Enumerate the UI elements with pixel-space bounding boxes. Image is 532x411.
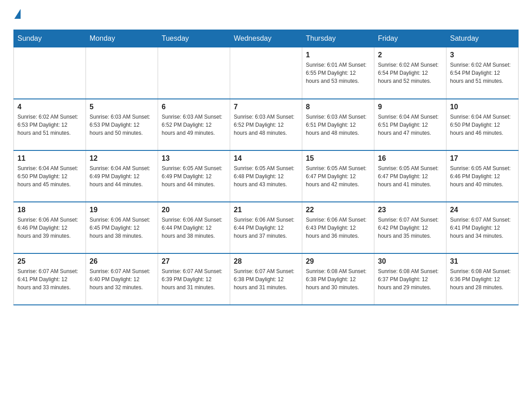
day-info: Sunrise: 6:06 AM Sunset: 6:46 PM Dayligh… [17, 216, 82, 240]
calendar-body: 1Sunrise: 6:01 AM Sunset: 6:55 PM Daylig… [14, 47, 519, 305]
day-number: 19 [90, 206, 154, 214]
calendar-cell: 19Sunrise: 6:06 AM Sunset: 6:45 PM Dayli… [86, 202, 158, 253]
week-row-5: 25Sunrise: 6:07 AM Sunset: 6:41 PM Dayli… [14, 253, 519, 305]
header-day-monday: Monday [86, 30, 158, 47]
calendar-cell: 5Sunrise: 6:03 AM Sunset: 6:53 PM Daylig… [86, 99, 158, 150]
calendar-cell: 9Sunrise: 6:04 AM Sunset: 6:51 PM Daylig… [374, 99, 446, 150]
day-info: Sunrise: 6:07 AM Sunset: 6:39 PM Dayligh… [162, 267, 226, 291]
day-info: Sunrise: 6:04 AM Sunset: 6:51 PM Dayligh… [378, 113, 442, 137]
calendar-cell: 29Sunrise: 6:08 AM Sunset: 6:38 PM Dayli… [302, 253, 374, 305]
day-number: 14 [234, 154, 298, 163]
header-day-friday: Friday [374, 30, 446, 47]
calendar-cell: 20Sunrise: 6:06 AM Sunset: 6:44 PM Dayli… [158, 202, 230, 253]
calendar-cell [158, 47, 230, 99]
day-number: 24 [450, 206, 515, 214]
day-info: Sunrise: 6:08 AM Sunset: 6:37 PM Dayligh… [378, 267, 442, 291]
calendar-cell: 8Sunrise: 6:03 AM Sunset: 6:51 PM Daylig… [302, 99, 374, 150]
day-info: Sunrise: 6:07 AM Sunset: 6:41 PM Dayligh… [450, 216, 515, 240]
day-info: Sunrise: 6:05 AM Sunset: 6:48 PM Dayligh… [234, 164, 298, 188]
logo [13, 9, 21, 21]
calendar-cell: 31Sunrise: 6:08 AM Sunset: 6:36 PM Dayli… [446, 253, 519, 305]
day-number: 6 [162, 103, 226, 111]
day-info: Sunrise: 6:08 AM Sunset: 6:38 PM Dayligh… [306, 267, 370, 291]
day-info: Sunrise: 6:07 AM Sunset: 6:41 PM Dayligh… [17, 267, 82, 291]
day-number: 25 [17, 257, 82, 265]
calendar-cell [14, 47, 86, 99]
week-row-2: 4Sunrise: 6:02 AM Sunset: 6:53 PM Daylig… [14, 99, 519, 150]
day-info: Sunrise: 6:06 AM Sunset: 6:44 PM Dayligh… [162, 216, 226, 240]
calendar-cell: 16Sunrise: 6:05 AM Sunset: 6:47 PM Dayli… [374, 150, 446, 202]
calendar-cell: 18Sunrise: 6:06 AM Sunset: 6:46 PM Dayli… [14, 202, 86, 253]
calendar-cell: 4Sunrise: 6:02 AM Sunset: 6:53 PM Daylig… [14, 99, 86, 150]
day-number: 26 [90, 257, 154, 265]
day-info: Sunrise: 6:07 AM Sunset: 6:40 PM Dayligh… [90, 267, 154, 291]
week-row-4: 18Sunrise: 6:06 AM Sunset: 6:46 PM Dayli… [14, 202, 519, 253]
calendar-cell: 25Sunrise: 6:07 AM Sunset: 6:41 PM Dayli… [14, 253, 86, 305]
day-info: Sunrise: 6:02 AM Sunset: 6:54 PM Dayligh… [450, 61, 515, 85]
day-info: Sunrise: 6:06 AM Sunset: 6:44 PM Dayligh… [234, 216, 298, 240]
day-number: 7 [234, 103, 298, 111]
calendar-table: SundayMondayTuesdayWednesdayThursdayFrid… [13, 30, 519, 305]
day-info: Sunrise: 6:02 AM Sunset: 6:54 PM Dayligh… [378, 61, 442, 85]
day-info: Sunrise: 6:06 AM Sunset: 6:45 PM Dayligh… [90, 216, 154, 240]
day-number: 17 [450, 154, 515, 163]
day-number: 1 [306, 51, 370, 59]
calendar-cell: 23Sunrise: 6:07 AM Sunset: 6:42 PM Dayli… [374, 202, 446, 253]
day-info: Sunrise: 6:03 AM Sunset: 6:51 PM Dayligh… [306, 113, 370, 137]
calendar-cell: 10Sunrise: 6:04 AM Sunset: 6:50 PM Dayli… [446, 99, 519, 150]
calendar-cell: 28Sunrise: 6:07 AM Sunset: 6:38 PM Dayli… [230, 253, 302, 305]
calendar-cell: 30Sunrise: 6:08 AM Sunset: 6:37 PM Dayli… [374, 253, 446, 305]
day-number: 31 [450, 257, 515, 265]
day-number: 22 [306, 206, 370, 214]
day-info: Sunrise: 6:02 AM Sunset: 6:53 PM Dayligh… [17, 113, 82, 137]
day-number: 3 [450, 51, 515, 59]
calendar-cell: 1Sunrise: 6:01 AM Sunset: 6:55 PM Daylig… [302, 47, 374, 99]
calendar-cell: 21Sunrise: 6:06 AM Sunset: 6:44 PM Dayli… [230, 202, 302, 253]
calendar-cell [230, 47, 302, 99]
day-number: 11 [17, 154, 82, 163]
day-number: 8 [306, 103, 370, 111]
calendar-cell: 24Sunrise: 6:07 AM Sunset: 6:41 PM Dayli… [446, 202, 519, 253]
header-day-sunday: Sunday [14, 30, 86, 47]
header-day-thursday: Thursday [302, 30, 374, 47]
day-info: Sunrise: 6:08 AM Sunset: 6:36 PM Dayligh… [450, 267, 515, 291]
day-number: 18 [17, 206, 82, 214]
day-number: 16 [378, 154, 442, 163]
day-info: Sunrise: 6:05 AM Sunset: 6:47 PM Dayligh… [378, 164, 442, 188]
day-number: 23 [378, 206, 442, 214]
day-info: Sunrise: 6:04 AM Sunset: 6:50 PM Dayligh… [17, 164, 82, 188]
day-number: 20 [162, 206, 226, 214]
day-info: Sunrise: 6:03 AM Sunset: 6:52 PM Dayligh… [234, 113, 298, 137]
day-info: Sunrise: 6:06 AM Sunset: 6:43 PM Dayligh… [306, 216, 370, 240]
day-number: 13 [162, 154, 226, 163]
day-number: 28 [234, 257, 298, 265]
day-info: Sunrise: 6:03 AM Sunset: 6:52 PM Dayligh… [162, 113, 226, 137]
day-info: Sunrise: 6:07 AM Sunset: 6:38 PM Dayligh… [234, 267, 298, 291]
day-info: Sunrise: 6:03 AM Sunset: 6:53 PM Dayligh… [90, 113, 154, 137]
header-day-saturday: Saturday [446, 30, 519, 47]
calendar-cell: 17Sunrise: 6:05 AM Sunset: 6:46 PM Dayli… [446, 150, 519, 202]
day-number: 27 [162, 257, 226, 265]
day-info: Sunrise: 6:07 AM Sunset: 6:42 PM Dayligh… [378, 216, 442, 240]
calendar-cell: 3Sunrise: 6:02 AM Sunset: 6:54 PM Daylig… [446, 47, 519, 99]
day-number: 15 [306, 154, 370, 163]
week-row-3: 11Sunrise: 6:04 AM Sunset: 6:50 PM Dayli… [14, 150, 519, 202]
day-info: Sunrise: 6:05 AM Sunset: 6:47 PM Dayligh… [306, 164, 370, 188]
header-day-wednesday: Wednesday [230, 30, 302, 47]
calendar-cell: 7Sunrise: 6:03 AM Sunset: 6:52 PM Daylig… [230, 99, 302, 150]
day-number: 5 [90, 103, 154, 111]
calendar-cell [86, 47, 158, 99]
calendar-cell: 22Sunrise: 6:06 AM Sunset: 6:43 PM Dayli… [302, 202, 374, 253]
calendar-cell: 13Sunrise: 6:05 AM Sunset: 6:49 PM Dayli… [158, 150, 230, 202]
day-info: Sunrise: 6:05 AM Sunset: 6:49 PM Dayligh… [162, 164, 226, 188]
calendar-cell: 26Sunrise: 6:07 AM Sunset: 6:40 PM Dayli… [86, 253, 158, 305]
calendar-cell: 2Sunrise: 6:02 AM Sunset: 6:54 PM Daylig… [374, 47, 446, 99]
day-number: 30 [378, 257, 442, 265]
calendar-cell: 11Sunrise: 6:04 AM Sunset: 6:50 PM Dayli… [14, 150, 86, 202]
day-number: 21 [234, 206, 298, 214]
calendar-cell: 6Sunrise: 6:03 AM Sunset: 6:52 PM Daylig… [158, 99, 230, 150]
day-number: 4 [17, 103, 82, 111]
day-number: 10 [450, 103, 515, 111]
header-row: SundayMondayTuesdayWednesdayThursdayFrid… [14, 30, 519, 47]
day-number: 29 [306, 257, 370, 265]
